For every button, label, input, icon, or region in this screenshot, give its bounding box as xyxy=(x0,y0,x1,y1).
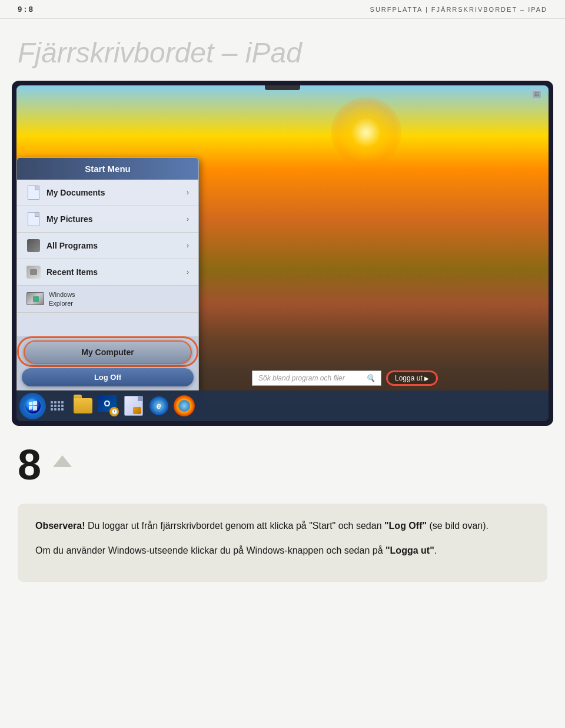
my-pictures-icon xyxy=(26,212,41,226)
logga-ut-button[interactable]: Logga ut ▶ xyxy=(386,370,438,386)
page-header: 9 : 8 SURFPLATTA | FJÄRRSKRIVBORDET – iP… xyxy=(0,0,565,19)
taskbar-ie-button[interactable]: e xyxy=(147,394,171,418)
all-programs-label: All Programs xyxy=(46,241,98,250)
all-programs-icon xyxy=(26,239,41,253)
menu-bottom: My Computer Log Off xyxy=(17,336,198,390)
arrow-icon-3: › xyxy=(187,268,189,276)
arrow-icon-1: › xyxy=(187,215,189,223)
header-title: SURFPLATTA | FJÄRRSKRIVBORDET – iPAD xyxy=(370,6,547,13)
my-computer-button[interactable]: My Computer xyxy=(24,340,192,364)
taskbar-apps: O 🕐 e xyxy=(71,394,196,418)
callout-box: Observera! Du loggar ut från fjärrskrivb… xyxy=(18,504,547,582)
callout-paragraph-1: Observera! Du loggar ut från fjärrskrivb… xyxy=(35,518,530,534)
quick-launch-icon xyxy=(48,399,66,413)
windows-explorer-icon xyxy=(26,292,44,306)
taskbar-start-button[interactable] xyxy=(19,393,46,419)
search-input-box[interactable]: Sök bland program och filer 🔍 xyxy=(252,370,381,386)
recent-items-icon xyxy=(26,265,41,279)
menu-spacer xyxy=(17,313,198,336)
search-placeholder: Sök bland program och filer xyxy=(258,374,363,382)
step-number: 8 xyxy=(18,444,41,486)
taskbar: O 🕐 e xyxy=(16,391,549,421)
desktop-screenshot: ⊡ Start Menu My Documents › xyxy=(16,85,549,421)
windows-explorer-label: Windows Explorer xyxy=(49,290,75,307)
menu-item-my-documents[interactable]: My Documents › xyxy=(17,180,198,206)
window-controls: ⊡ xyxy=(532,90,541,98)
arrow-icon-0: › xyxy=(187,188,189,197)
my-documents-icon xyxy=(26,186,41,200)
my-pictures-label: My Pictures xyxy=(46,214,93,224)
start-menu: Start Menu My Documents › My Pictures xyxy=(16,157,199,391)
callout-paragraph-2: Om du använder Windows-utseende klickar … xyxy=(35,543,530,558)
document-icon xyxy=(124,396,143,416)
screenshot-container: ⊡ Start Menu My Documents › xyxy=(12,81,553,426)
step-arrow xyxy=(53,455,72,467)
folder-icon xyxy=(74,398,92,413)
log-off-button[interactable]: Log Off xyxy=(22,368,194,386)
internet-explorer-icon: e xyxy=(149,396,168,415)
taskbar-firefox-button[interactable] xyxy=(172,394,196,418)
taskbar-document-button[interactable] xyxy=(122,394,145,418)
callout-text-1: Du loggar ut från fjärrskrivbordet genom… xyxy=(88,521,488,531)
taskbar-folder-button[interactable] xyxy=(71,394,95,418)
menu-item-recent-items[interactable]: Recent Items › xyxy=(17,259,198,286)
windows-orb-icon xyxy=(25,398,41,414)
ipad-notch xyxy=(265,85,300,90)
page-number: 9 : 8 xyxy=(18,5,33,14)
menu-item-all-programs[interactable]: All Programs › xyxy=(17,233,198,259)
content-area: 8 Observera! Du loggar ut från fjärrskri… xyxy=(0,426,565,594)
menu-item-my-pictures[interactable]: My Pictures › xyxy=(17,206,198,233)
firefox-icon xyxy=(174,395,195,416)
my-computer-highlight: My Computer xyxy=(17,336,198,367)
logga-arrow-icon: ▶ xyxy=(424,375,429,382)
callout-text-2: Om du använder Windows-utseende klickar … xyxy=(35,545,437,555)
arrow-icon-2: › xyxy=(187,241,189,250)
search-icon[interactable]: 🔍 xyxy=(366,374,375,382)
outlook-icon: O 🕐 xyxy=(98,395,119,416)
my-documents-label: My Documents xyxy=(46,188,105,197)
sun-effect xyxy=(331,97,401,168)
start-menu-header: Start Menu xyxy=(17,158,198,180)
menu-item-windows-explorer[interactable]: Windows Explorer xyxy=(17,286,198,313)
start-menu-title: Start Menu xyxy=(85,164,131,174)
search-bar-area: Sök bland program och filer 🔍 Logga ut ▶ xyxy=(252,370,438,386)
window-icon[interactable]: ⊡ xyxy=(532,90,541,98)
recent-items-label: Recent Items xyxy=(46,267,98,277)
observera-label: Observera! xyxy=(35,521,85,531)
taskbar-outlook-button[interactable]: O 🕐 xyxy=(97,394,120,418)
page-title: Fjärrskrivbordet – iPad xyxy=(0,19,565,81)
